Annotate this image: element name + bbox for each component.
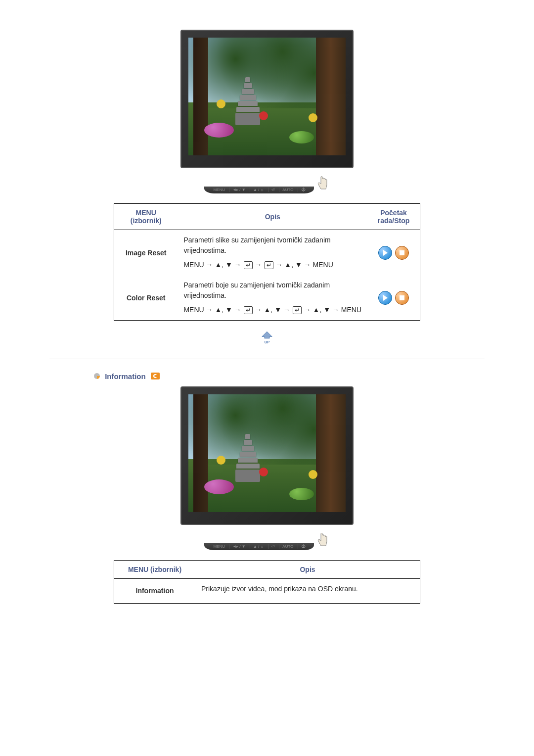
row-description: Parametri slike su zamijenjeni tvornički… — [178, 230, 367, 276]
row-actions — [367, 275, 420, 321]
pointing-hand-icon — [316, 175, 330, 192]
row-actions — [367, 230, 420, 276]
bullet-icon — [94, 373, 100, 379]
monitor-screen — [188, 38, 346, 155]
stop-icon[interactable] — [395, 291, 409, 305]
svg-text:UP: UP — [265, 340, 270, 344]
monitor-illustration-1: MENU ◄▸ / ▼ ▲ / ☼ ⏎ AUTO ⏻ — [49, 30, 485, 193]
up-link[interactable]: UP — [49, 331, 485, 347]
monitor-illustration-2: MENU ◄▸ / ▼ ▲ / ☼ ⏎ AUTO ⏻ — [49, 386, 485, 550]
section-heading-information: Information — [94, 371, 485, 380]
svg-marker-0 — [262, 331, 272, 338]
section-divider — [49, 359, 485, 359]
play-icon[interactable] — [378, 246, 392, 260]
monitor-control-bar: MENU ◄▸ / ▼ ▲ / ☼ ⏎ AUTO ⏻ — [180, 527, 354, 550]
row-label: Color Reset — [114, 275, 178, 321]
column-header-desc: Opis — [195, 560, 420, 578]
monitor-bezel — [180, 30, 354, 168]
table-row: Color Reset Parametri boje su zamijenjen… — [114, 275, 420, 321]
row-label: Information — [114, 578, 196, 603]
stop-icon[interactable] — [395, 246, 409, 260]
play-icon[interactable] — [378, 291, 392, 305]
monitor-bezel — [180, 386, 354, 525]
info-badge-icon — [151, 373, 160, 379]
row-description: Parametri boje su zamijenjeni tvornički … — [178, 275, 367, 321]
row-label: Image Reset — [114, 230, 178, 276]
nav-sequence: MENU → ▲, ▼ → ↵ → ▲, ▼ → ↵ → ▲, ▼ → MENU — [183, 305, 361, 315]
monitor-screen — [188, 394, 346, 512]
nav-sequence: MENU → ▲, ▼ → ↵ → ↵ → ▲, ▼ → MENU — [183, 260, 361, 270]
table-row: Information Prikazuje izvor videa, mod p… — [114, 578, 420, 603]
row-description: Prikazuje izvor videa, mod prikaza na OS… — [195, 578, 420, 603]
column-header-menu: MENU (izbornik) — [114, 560, 196, 578]
reset-options-table: MENU (izbornik) Opis Početak rada/Stop I… — [114, 203, 420, 321]
table-row: Image Reset Parametri slike su zamijenje… — [114, 230, 420, 276]
monitor-control-bar: MENU ◄▸ / ▼ ▲ / ☼ ⏎ AUTO ⏻ — [180, 170, 354, 193]
column-header-action: Početak rada/Stop — [367, 204, 420, 230]
pointing-hand-icon — [316, 532, 330, 549]
information-table: MENU (izbornik) Opis Information Prikazu… — [114, 560, 420, 604]
column-header-desc: Opis — [178, 204, 367, 230]
column-header-menu: MENU (izbornik) — [114, 204, 178, 230]
